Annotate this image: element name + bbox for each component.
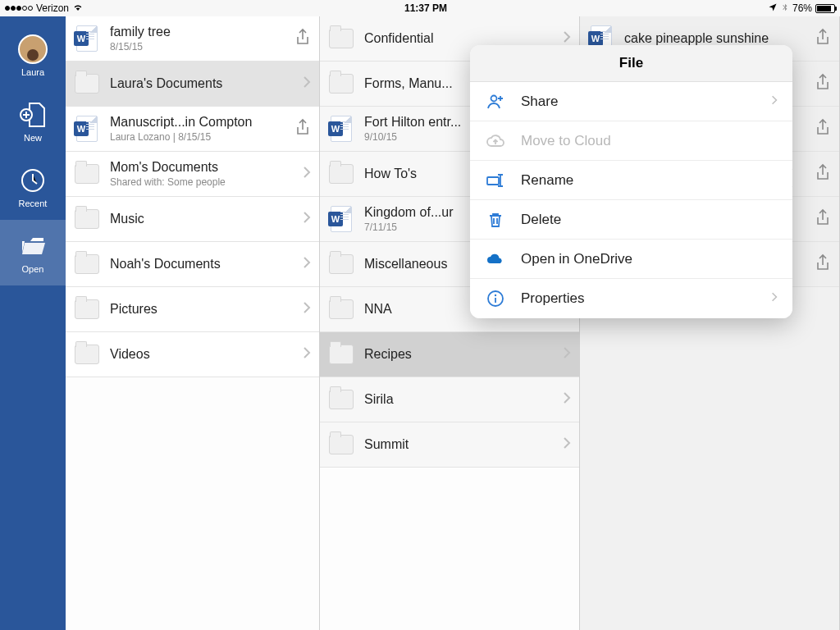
item-title: Music <box>110 212 303 226</box>
share-icon[interactable] <box>815 28 831 49</box>
menu-item-label: Open in OneDrive <box>521 251 778 267</box>
list-item[interactable]: Recipes <box>320 332 579 377</box>
share-icon[interactable] <box>294 118 311 139</box>
menu-item-label: Share <box>521 94 771 110</box>
list-item[interactable]: Pictures <box>66 287 319 332</box>
location-icon <box>768 2 778 15</box>
list-item[interactable]: Noah's Documents <box>66 242 319 287</box>
folder-icon <box>329 74 354 94</box>
item-title: Sirila <box>364 392 563 407</box>
folder-icon <box>329 164 354 184</box>
item-title: Pictures <box>110 302 303 317</box>
carrier-label: Verizon <box>36 2 69 14</box>
chevron-right-icon <box>303 166 311 182</box>
share-icon[interactable] <box>815 253 831 275</box>
file-context-menu: File ShareMove to CloudRenameDeleteOpen … <box>470 45 792 318</box>
share-icon[interactable] <box>294 28 311 49</box>
item-title: Recipes <box>364 347 563 362</box>
clock-icon <box>18 166 48 195</box>
chevron-right-icon <box>563 346 571 363</box>
trash-icon <box>485 209 506 231</box>
list-item[interactable]: Mom's DocumentsShared with: Some people <box>66 152 319 197</box>
chevron-right-icon <box>563 391 571 408</box>
folder-icon <box>329 254 354 274</box>
new-doc-icon <box>18 100 48 130</box>
word-doc-icon: W <box>331 206 352 232</box>
folder-icon <box>75 209 99 229</box>
menu-item-rename[interactable]: Rename <box>470 161 792 200</box>
chevron-right-icon <box>303 346 311 363</box>
column-root: Wfamily tree8/15/15Laura's DocumentsWMan… <box>66 16 320 630</box>
folder-icon <box>329 299 354 319</box>
share-icon[interactable] <box>815 208 831 230</box>
sidebar-item-open[interactable]: Open <box>0 220 66 285</box>
battery-icon <box>815 4 835 13</box>
sidebar-item-label: New <box>24 133 42 143</box>
list-item[interactable]: Wfamily tree8/15/15 <box>66 16 319 62</box>
word-doc-icon: W <box>331 116 352 142</box>
list-item[interactable]: Laura's Documents <box>66 62 319 107</box>
menu-item-onedrive[interactable]: Open in OneDrive <box>470 240 792 279</box>
item-title: Confidential <box>364 31 563 46</box>
sidebar-item-new[interactable]: New <box>0 89 66 154</box>
popover-title: File <box>470 45 792 82</box>
svg-point-5 <box>495 294 496 296</box>
chevron-right-icon <box>303 256 311 272</box>
chevron-right-icon <box>563 436 571 453</box>
item-title: Laura's Documents <box>110 76 303 91</box>
battery-pct-label: 76% <box>792 2 812 14</box>
share-person-icon <box>485 91 506 112</box>
share-icon[interactable] <box>815 163 831 185</box>
list-item[interactable]: Summit <box>320 422 579 468</box>
folder-icon <box>75 299 99 319</box>
sidebar-user-label: Laura <box>21 67 44 77</box>
avatar-icon <box>18 34 48 64</box>
folder-icon <box>329 390 354 409</box>
clock-label: 11:37 PM <box>404 2 447 14</box>
status-bar: Verizon 11:37 PM 76% <box>0 0 840 16</box>
sidebar-item-label: Open <box>22 264 44 274</box>
menu-item-info[interactable]: Properties <box>470 279 792 318</box>
item-subtitle: Shared with: Some people <box>110 176 303 188</box>
sidebar-item-label: Recent <box>19 199 48 208</box>
share-icon[interactable] <box>815 118 831 139</box>
sidebar-user[interactable]: Laura <box>0 23 66 89</box>
list-item[interactable]: WManuscript...in ComptonLaura Lozano | 8… <box>66 107 319 152</box>
share-icon[interactable] <box>815 73 831 94</box>
menu-item-label: Properties <box>521 290 771 307</box>
info-icon <box>485 288 506 309</box>
open-folder-icon <box>18 231 48 261</box>
menu-item-label: Move to Cloud <box>521 133 778 149</box>
wifi-icon <box>72 2 84 16</box>
list-item[interactable]: Videos <box>66 332 319 377</box>
svg-point-2 <box>491 95 497 101</box>
menu-item-trash[interactable]: Delete <box>470 200 792 240</box>
item-subtitle: 8/15/15 <box>110 41 294 52</box>
chevron-right-icon <box>303 301 311 317</box>
menu-item-share-person[interactable]: Share <box>470 82 792 121</box>
onedrive-icon <box>485 249 506 270</box>
sidebar-item-recent[interactable]: Recent <box>0 154 66 220</box>
word-doc-icon: W <box>76 116 98 142</box>
list-item[interactable]: Sirila <box>320 377 579 422</box>
item-title: cake pineapple sunshine <box>624 31 815 46</box>
menu-item-label: Rename <box>521 172 778 189</box>
word-doc-icon: W <box>76 25 98 52</box>
folder-icon <box>329 435 354 454</box>
signal-dots-icon <box>5 6 33 11</box>
list-item[interactable]: Music <box>66 197 319 242</box>
chevron-right-icon <box>563 30 571 47</box>
cloud-up-icon <box>485 130 506 152</box>
folder-icon <box>75 164 99 184</box>
chevron-right-icon <box>771 290 778 307</box>
chevron-right-icon <box>303 75 311 92</box>
svg-rect-3 <box>487 177 499 185</box>
item-subtitle: Laura Lozano | 8/15/15 <box>110 131 294 143</box>
bluetooth-icon <box>781 2 789 16</box>
sidebar: Laura New Recent Open <box>0 16 66 630</box>
item-title: family tree <box>110 25 294 39</box>
folder-icon <box>75 74 99 94</box>
folder-icon <box>75 345 99 364</box>
chevron-right-icon <box>303 211 311 227</box>
menu-item-label: Delete <box>521 212 778 228</box>
